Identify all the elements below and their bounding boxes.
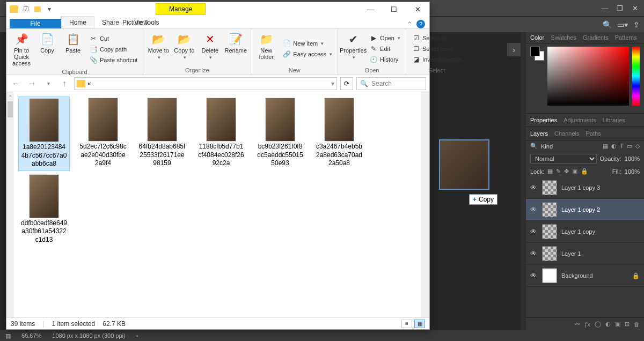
- ribbon-collapse-icon[interactable]: ⌃: [407, 20, 412, 28]
- help-icon[interactable]: ?: [416, 20, 425, 28]
- chevron-right-icon[interactable]: ›: [136, 332, 138, 339]
- tab-channels[interactable]: Channels: [554, 130, 579, 137]
- hue-slider[interactable]: [632, 47, 640, 106]
- tab-adjustments[interactable]: Adjustments: [564, 117, 596, 123]
- refresh-button[interactable]: ⟳: [340, 77, 353, 90]
- color-field[interactable]: [547, 47, 629, 106]
- cut-button[interactable]: ✂Cut: [87, 34, 140, 43]
- visibility-icon[interactable]: 👁: [530, 184, 538, 191]
- context-tab-manage[interactable]: Manage: [156, 3, 206, 15]
- breadcrumb[interactable]: «: [87, 80, 91, 87]
- adjustment-icon[interactable]: ◐: [605, 321, 611, 328]
- minimize-button[interactable]: —: [358, 2, 382, 16]
- tab-color[interactable]: Color: [530, 34, 544, 41]
- file-item[interactable]: c3a2467b4eb5b2a8ed63ca70ad2a50a8: [313, 97, 365, 171]
- tab-picture-tools[interactable]: Picture Tools: [115, 17, 166, 28]
- mask-icon[interactable]: ◯: [595, 321, 601, 328]
- rename-button[interactable]: 📝Rename: [224, 31, 247, 66]
- layer-item[interactable]: 👁Layer 1: [526, 243, 644, 265]
- files-view[interactable]: 1a8e201234844b7c567cc67a0abb6ca85d2ec7f2…: [14, 92, 421, 317]
- fx-icon[interactable]: ƒx: [584, 321, 590, 328]
- forward-button[interactable]: →: [26, 77, 39, 90]
- ps-restore-icon[interactable]: ❐: [615, 4, 625, 12]
- pasteshortcut-button[interactable]: 📎Paste shortcut: [87, 55, 140, 65]
- delete-button[interactable]: ✕Delete▾: [198, 31, 222, 66]
- lock-trans-icon[interactable]: ▦: [547, 168, 553, 175]
- recent-dropdown[interactable]: ▾: [42, 77, 55, 90]
- lock-all-icon[interactable]: 🔒: [581, 168, 588, 175]
- layer-thumbnail[interactable]: [542, 202, 557, 217]
- newitem-button[interactable]: 📄New item▾: [280, 39, 334, 48]
- layer-thumbnail[interactable]: [542, 224, 557, 239]
- trash-icon[interactable]: 🗑: [634, 321, 640, 328]
- blend-mode-select[interactable]: Normal: [530, 154, 597, 164]
- search-input[interactable]: 🔍 Search: [356, 77, 426, 90]
- tab-gradients[interactable]: Gradients: [583, 34, 609, 41]
- close-button[interactable]: ✕: [406, 2, 429, 16]
- link-icon[interactable]: ⚯: [575, 321, 580, 328]
- tab-home[interactable]: Home: [61, 16, 94, 28]
- tab-swatches[interactable]: Swatches: [551, 34, 576, 41]
- layer-item[interactable]: 👁Layer 1 copy 2: [526, 199, 644, 221]
- new-layer-icon[interactable]: ⊞: [625, 321, 630, 328]
- layer-thumbnail[interactable]: [542, 246, 557, 261]
- open-button[interactable]: ▶Open▾: [367, 33, 402, 43]
- file-item[interactable]: 1a8e201234844b7c567cc67a0abb6ca8: [18, 97, 70, 171]
- qat-properties-icon[interactable]: ☑: [21, 5, 30, 13]
- fg-bg-swatch[interactable]: [530, 47, 544, 61]
- visibility-icon[interactable]: 👁: [530, 250, 538, 257]
- properties-button[interactable]: ✔Properties▾: [341, 31, 365, 66]
- tab-paths[interactable]: Paths: [586, 130, 601, 137]
- address-bar[interactable]: « ▾: [74, 77, 337, 90]
- layer-thumbnail[interactable]: [542, 180, 557, 195]
- copy-button[interactable]: 📄Copy: [35, 31, 59, 68]
- qat-newfolder-icon[interactable]: [33, 5, 42, 13]
- lock-paint-icon[interactable]: ✎: [556, 168, 561, 175]
- maximize-button[interactable]: ☐: [382, 2, 406, 16]
- zoom-level[interactable]: 66.67%: [21, 332, 41, 339]
- file-item[interactable]: 1188cfb5d77b1cf4084ec028f2692c2a: [195, 97, 247, 171]
- copyto-button[interactable]: 📂Copy to▾: [172, 31, 196, 66]
- selectall-button[interactable]: ☑Select all: [409, 33, 464, 43]
- layer-item[interactable]: 👁Layer 1 copy 3: [526, 177, 644, 199]
- file-item[interactable]: 5d2ec7f2c6c98cae2e040d30fbe2a9f4: [77, 97, 129, 171]
- lock-artboard-icon[interactable]: ▣: [572, 168, 577, 175]
- visibility-icon[interactable]: 👁: [530, 272, 538, 279]
- filter-adjust-icon[interactable]: ◐: [611, 143, 617, 150]
- paste-button[interactable]: 📋Paste: [61, 31, 85, 68]
- fill-value[interactable]: 100%: [625, 168, 640, 175]
- color-picker[interactable]: [526, 43, 644, 113]
- file-item[interactable]: 64fb24d8ab685f25533f26171ee98159: [136, 97, 188, 171]
- history-button[interactable]: 🕘History: [367, 55, 402, 64]
- nav-pane-scrollbar[interactable]: ⌃: [6, 92, 14, 317]
- tab-patterns[interactable]: Patterns: [615, 34, 637, 41]
- layer-item[interactable]: 👁Background🔒: [526, 265, 644, 287]
- edit-button[interactable]: ✎Edit: [367, 44, 402, 54]
- tab-layers[interactable]: Layers: [530, 130, 548, 137]
- filter-icon[interactable]: 🔍: [530, 143, 538, 150]
- selectnone-button[interactable]: ☐Select none: [409, 44, 464, 54]
- file-item[interactable]: bc9b23f261f0f8dc5aeddc5501550e93: [254, 97, 306, 171]
- file-item[interactable]: ddfb0cedf8e649a30fb61a54322c1d13: [18, 173, 70, 247]
- doc-info[interactable]: 1080 px x 1080 px (300 ppi): [52, 332, 125, 339]
- view-thumbnails-button[interactable]: ▦: [414, 320, 425, 328]
- visibility-icon[interactable]: 👁: [530, 228, 538, 235]
- ps-minimize-icon[interactable]: —: [600, 4, 610, 12]
- group-icon[interactable]: ▣: [615, 321, 620, 328]
- chevron-down-icon[interactable]: ▾: [331, 80, 334, 87]
- workspace-icon[interactable]: ▭▾: [617, 20, 628, 29]
- files-scrollbar[interactable]: [421, 92, 429, 317]
- panel-toggle-icon[interactable]: ›: [507, 43, 521, 56]
- view-details-button[interactable]: ≡: [401, 320, 412, 328]
- filter-smart-icon[interactable]: ◇: [635, 143, 640, 150]
- share-icon[interactable]: ⇪: [633, 20, 640, 29]
- tab-file[interactable]: File: [10, 19, 61, 28]
- layer-thumbnail[interactable]: [542, 268, 557, 283]
- ps-close-icon[interactable]: ✕: [630, 4, 640, 12]
- filter-type-icon[interactable]: T: [620, 143, 624, 150]
- filter-pixel-icon[interactable]: ▦: [603, 143, 608, 150]
- qat-customize-icon[interactable]: ▾: [45, 5, 54, 13]
- filter-shape-icon[interactable]: ▭: [627, 143, 632, 150]
- layer-item[interactable]: 👁Layer 1 copy: [526, 221, 644, 243]
- tab-libraries[interactable]: Libraries: [603, 117, 625, 123]
